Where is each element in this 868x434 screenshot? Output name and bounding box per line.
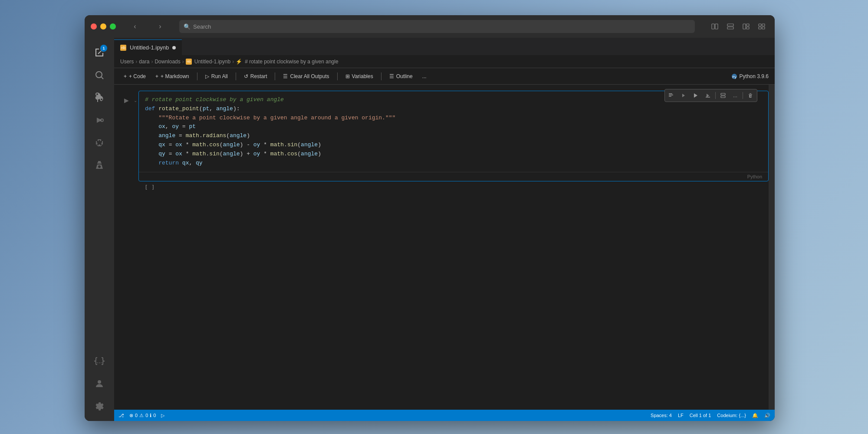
breadcrumb-notebook-icon: nb (186, 59, 192, 65)
run-below-button[interactable] (702, 90, 713, 101)
run-cell-button[interactable] (690, 90, 701, 101)
svg-rect-0 (712, 24, 714, 29)
customize-layout-button[interactable] (755, 20, 769, 33)
svg-rect-8 (762, 24, 765, 26)
output-bracket: [ ] (145, 184, 155, 191)
python-version-badge[interactable]: Py Python 3.9.6 (731, 73, 769, 79)
error-icon: ⊗ (129, 413, 133, 418)
activity-icon-json[interactable] (89, 351, 110, 372)
activity-icon-test[interactable] (89, 155, 110, 176)
forward-button[interactable]: › (154, 20, 166, 33)
info-icon: ℹ (150, 413, 151, 418)
svg-point-13 (98, 380, 101, 384)
svg-rect-19 (706, 97, 710, 98)
audio-icon: 🔊 (764, 413, 770, 418)
breadcrumb-part-dara[interactable]: dara (139, 59, 149, 65)
layout2-button[interactable] (739, 20, 753, 33)
more-cell-button[interactable]: ... (730, 90, 741, 101)
tab-untitled1[interactable]: nb Untitled-1.ipynb (114, 39, 182, 55)
cell-output-indicator: [ ] (138, 183, 155, 191)
activity-icon-search[interactable] (89, 65, 110, 85)
statusbar-errors[interactable]: ⊗ 0 ⚠ 0 ℹ 0 (129, 413, 156, 418)
code-cell-1[interactable]: # rotate point clockwise by a given angl… (138, 91, 769, 181)
cell-collapse-button[interactable]: ⌄ (132, 94, 138, 106)
svg-rect-3 (727, 27, 733, 29)
activity-icon-account[interactable] (89, 373, 110, 394)
run-all-button[interactable]: ▷ Run All (202, 71, 231, 82)
cell-run-button[interactable]: ▶ (120, 94, 132, 106)
search-bar[interactable]: 🔍 Search (179, 20, 695, 33)
activity-icon-extensions[interactable] (89, 132, 110, 153)
split-cell-button[interactable] (717, 90, 729, 101)
svg-rect-17 (669, 95, 673, 95)
add-markdown-button[interactable]: + + Markdown (152, 71, 193, 82)
breadcrumb-part-filename[interactable]: Untitled-1.ipynb (194, 59, 230, 65)
statusbar-run[interactable]: ▷ (161, 413, 164, 418)
svg-rect-4 (743, 24, 746, 29)
scrollbar-indicator[interactable] (769, 85, 775, 410)
layout-button[interactable] (723, 20, 737, 33)
svg-rect-7 (759, 24, 761, 26)
delete-cell-button[interactable] (745, 90, 756, 101)
statusbar-left: ⎇ ⊗ 0 ⚠ 0 ℹ 0 ▷ (118, 413, 164, 418)
breadcrumb-part-symbol[interactable]: # rotate point clockwise by a given angl… (245, 59, 338, 65)
statusbar-audio[interactable]: 🔊 (764, 413, 770, 418)
statusbar-line-ending[interactable]: LF (678, 413, 684, 418)
format-cell-button[interactable] (666, 90, 677, 101)
run-above-button[interactable] (678, 90, 689, 101)
cell-language-label: Python (747, 174, 762, 179)
notebook-content[interactable]: ... ▶ ⌄ # rotate point clockwise by a gi… (114, 85, 775, 410)
activity-icon-explorer[interactable]: 1 (89, 42, 110, 63)
svg-rect-18 (669, 96, 671, 97)
tab-modified-dot (172, 46, 176, 49)
output-wrapper: [ ] (114, 183, 775, 191)
cell-code-content[interactable]: # rotate point clockwise by a given angl… (139, 91, 768, 172)
run-icon: ▷ (161, 413, 164, 418)
svg-rect-5 (746, 24, 749, 26)
split-editor-button[interactable] (708, 20, 722, 33)
code-line-2: def rotate_point(pt, angle): (145, 105, 762, 114)
statusbar-branch[interactable]: ⎇ (118, 413, 124, 418)
close-button[interactable] (91, 23, 97, 30)
breadcrumb-part-users[interactable]: Users (120, 59, 134, 65)
statusbar-spaces[interactable]: Spaces: 4 (651, 413, 672, 418)
outline-button[interactable]: ☰ Outline (386, 71, 416, 82)
minimize-button[interactable] (100, 23, 106, 30)
activity-icon-run-debug[interactable] (89, 110, 110, 131)
svg-rect-2 (727, 24, 733, 26)
statusbar-notification[interactable]: 🔔 (752, 413, 758, 418)
back-button[interactable]: ‹ (129, 20, 141, 33)
activity-icon-settings[interactable] (89, 396, 110, 417)
code-line-5: angle = math.radians(angle) (145, 132, 762, 141)
error-count: 0 (135, 413, 138, 418)
more-button[interactable]: ... (419, 71, 430, 82)
activity-icon-source-control[interactable] (89, 87, 110, 108)
svg-rect-16 (669, 93, 672, 94)
toolbar: + + Code + + Markdown ▷ Run All ↺ Restar… (114, 68, 775, 85)
clear-outputs-button[interactable]: ☰ Clear All Outputs (279, 71, 332, 82)
svg-rect-21 (721, 96, 725, 98)
breadcrumb-part-downloads[interactable]: Downloads (155, 59, 180, 65)
statusbar-codeium[interactable]: Codeium: {...} (717, 413, 746, 418)
svg-point-11 (96, 72, 102, 78)
maximize-button[interactable] (110, 23, 116, 30)
svg-rect-6 (746, 27, 749, 29)
svg-rect-10 (762, 27, 765, 29)
restart-button[interactable]: ↺ Restart (240, 71, 271, 82)
variables-icon: ⊞ (345, 73, 350, 79)
cell-toolbar-float: ... (664, 89, 757, 102)
notebook-tab-icon: nb (120, 45, 126, 51)
toolbar-sep-2 (236, 72, 236, 80)
code-line-8: return qx, qy (145, 159, 762, 168)
statusbar-cell-info[interactable]: Cell 1 of 1 (690, 413, 711, 418)
add-code-button[interactable]: + + Code (120, 71, 149, 82)
toolbar-sep-4 (337, 72, 338, 80)
code-line-4: ox, oy = pt (145, 122, 762, 132)
toolbar-sep-5 (381, 72, 381, 80)
explorer-badge: 1 (100, 45, 107, 52)
code-line-7: qy = ox * math.sin(angle) + oy * math.co… (145, 150, 762, 159)
search-text: Search (193, 23, 211, 30)
statusbar-right: Spaces: 4 LF Cell 1 of 1 Codeium: {...} … (651, 413, 770, 418)
variables-button[interactable]: ⊞ Variables (342, 71, 377, 82)
vscode-window: ‹ › 🔍 Search 1 (85, 15, 775, 421)
